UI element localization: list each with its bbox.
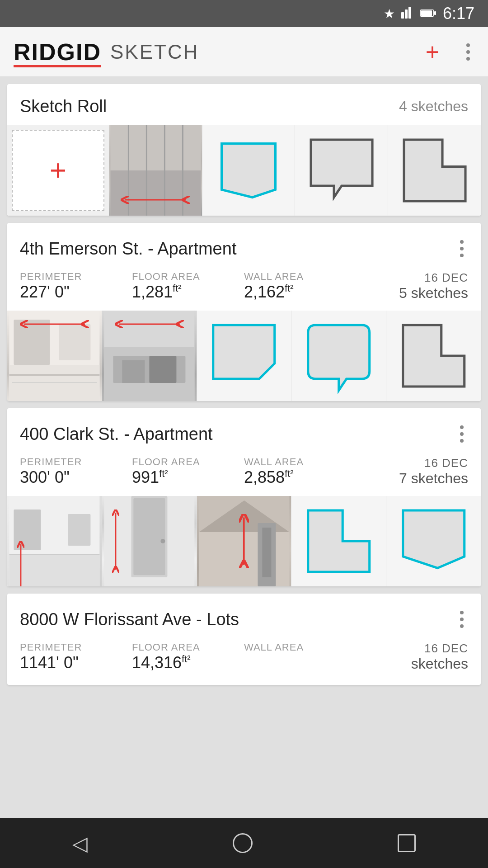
clark-dots-icon <box>460 425 464 443</box>
clark-photo-1[interactable] <box>7 496 102 586</box>
emerson-date: 16 Dec <box>356 271 468 285</box>
emerson-wall-label: WALL AREA <box>244 271 356 283</box>
emerson-sketch-1[interactable] <box>197 311 291 401</box>
emerson-floor-label: FLOOR AREA <box>132 271 244 283</box>
clark-title: 400 Clark St. - Apartment <box>20 425 213 444</box>
emerson-menu-button[interactable] <box>455 236 468 262</box>
clark-floor-value: 991ft² <box>132 468 244 487</box>
clark-floor-stat: FLOOR AREA 991ft² <box>132 456 244 487</box>
emerson-sketch-3[interactable] <box>386 311 481 401</box>
florissant-dots-icon <box>460 611 464 628</box>
clark-photo-2[interactable] <box>102 496 197 586</box>
home-button[interactable] <box>206 824 280 862</box>
emerson-floor-stat: FLOOR AREA 1,281ft² <box>132 271 244 302</box>
florissant-perimeter-value: 1141' 0" <box>20 653 132 672</box>
clark-card: 400 Clark St. - Apartment PERIMETER 300'… <box>7 408 481 586</box>
add-sketch-button[interactable]: + <box>421 36 444 68</box>
florissant-menu-button[interactable] <box>455 606 468 632</box>
bluetooth-icon: ★ <box>384 6 395 21</box>
svg-rect-16 <box>9 365 99 401</box>
emerson-date-stat: 16 Dec 5 sketches <box>356 271 468 302</box>
clark-menu-button[interactable] <box>455 421 468 447</box>
svg-rect-2 <box>408 7 411 19</box>
clark-perimeter-stat: PERIMETER 300' 0" <box>20 456 132 487</box>
sketch-roll-shape-1[interactable] <box>202 125 295 216</box>
clark-floor-label: FLOOR AREA <box>132 456 244 468</box>
main-content: Sketch Roll 4 sketches + <box>0 77 488 754</box>
bottom-spacer <box>7 692 481 746</box>
clark-meas-arrow-v2 <box>109 509 122 573</box>
recents-button[interactable] <box>371 825 443 861</box>
sketch-roll-title: Sketch Roll <box>20 97 107 116</box>
emerson-card: 4th Emerson St. - Apartment PERIMETER 22… <box>7 223 481 401</box>
app-bar-actions: + <box>421 36 474 68</box>
clark-sketches-count: 7 sketches <box>356 470 468 487</box>
svg-rect-35 <box>133 498 165 575</box>
clark-perimeter-label: PERIMETER <box>20 456 132 468</box>
clark-sketch-1[interactable] <box>291 496 386 586</box>
sketch-roll-photo-1[interactable] <box>109 125 202 216</box>
clark-wall-label: WALL AREA <box>244 456 356 468</box>
clark-photo-3[interactable] <box>197 496 291 586</box>
svg-rect-24 <box>122 360 145 383</box>
add-sketch-thumb[interactable]: + <box>7 125 109 216</box>
signal-icon <box>401 6 414 22</box>
clark-perimeter-value: 300' 0" <box>20 468 132 487</box>
florissant-date: 16 Dec <box>356 642 468 656</box>
emerson-card-header: 4th Emerson St. - Apartment <box>7 223 481 262</box>
emerson-photo-1[interactable] <box>7 311 102 401</box>
sketch-roll-thumbnails: + <box>7 125 481 216</box>
florissant-card: 8000 W Florissant Ave - Lots PERIMETER 1… <box>7 594 481 685</box>
emerson-stats: PERIMETER 227' 0" FLOOR AREA 1,281ft² WA… <box>7 262 481 302</box>
svg-rect-0 <box>401 12 404 19</box>
clark-card-header: 400 Clark St. - Apartment <box>7 408 481 447</box>
sketch-roll-card: Sketch Roll 4 sketches + <box>7 84 481 216</box>
emerson-wall-value: 2,162ft² <box>244 283 356 302</box>
florissant-wall-label: WALL AREA <box>244 642 356 653</box>
emerson-meas-arrow-2 <box>112 317 187 331</box>
svg-rect-30 <box>68 514 90 546</box>
emerson-sketch-2[interactable] <box>291 311 386 401</box>
vertical-dots-icon <box>466 43 470 61</box>
svg-rect-1 <box>405 9 408 19</box>
status-icons: ★ 6:17 <box>384 4 474 23</box>
main-menu-button[interactable] <box>462 39 474 65</box>
clark-thumbnails <box>7 496 481 586</box>
sketch-roll-shape-3[interactable] <box>388 125 481 216</box>
add-sketch-icon: + <box>50 156 66 185</box>
plus-icon: + <box>426 40 439 64</box>
florissant-stats: PERIMETER 1141' 0" FLOOR AREA 14,316ft² … <box>20 642 468 672</box>
emerson-perimeter-label: PERIMETER <box>20 271 132 283</box>
measurement-arrow-h <box>118 193 192 207</box>
florissant-wall-stat: WALL AREA <box>244 642 356 653</box>
emerson-photo-2[interactable] <box>102 311 197 401</box>
logo-container: RIDGID SKETCH <box>14 38 421 66</box>
emerson-wall-stat: WALL AREA 2,162ft² <box>244 271 356 302</box>
home-icon <box>233 833 253 853</box>
sketch-roll-shape-2[interactable] <box>295 125 388 216</box>
status-time: 6:17 <box>443 4 474 23</box>
l-shape-dark-sketch-svg <box>394 317 474 394</box>
emerson-title: 4th Emerson St. - Apartment <box>20 239 236 259</box>
clark-sketch-2[interactable] <box>386 496 481 586</box>
emerson-floor-value: 1,281ft² <box>132 283 244 302</box>
svg-point-36 <box>160 539 165 543</box>
florissant-perimeter-stat: PERIMETER 1141' 0" <box>20 642 132 672</box>
back-button[interactable]: ◁ <box>45 823 115 864</box>
florissant-floor-stat: FLOOR AREA 14,316ft² <box>132 642 244 672</box>
florissant-floor-label: FLOOR AREA <box>132 642 244 653</box>
florissant-date-stat: 16 Dec sketches <box>356 642 468 672</box>
clark-meas-arrow-v3 <box>225 514 263 568</box>
svg-rect-5 <box>421 10 432 16</box>
l-shape-sketch-svg <box>395 132 474 209</box>
svg-rect-42 <box>262 528 271 577</box>
florissant-perimeter-label: PERIMETER <box>20 642 132 653</box>
logo-sketch: SKETCH <box>110 41 199 63</box>
emerson-meas-arrow-1 <box>17 317 92 331</box>
clark-date: 16 Dec <box>356 456 468 470</box>
emerson-perimeter-stat: PERIMETER 227' 0" <box>20 271 132 302</box>
clark-wall-stat: WALL AREA 2,858ft² <box>244 456 356 487</box>
emerson-dots-icon <box>460 240 464 257</box>
clark-date-stat: 16 Dec 7 sketches <box>356 456 468 487</box>
back-icon: ◁ <box>72 832 88 855</box>
